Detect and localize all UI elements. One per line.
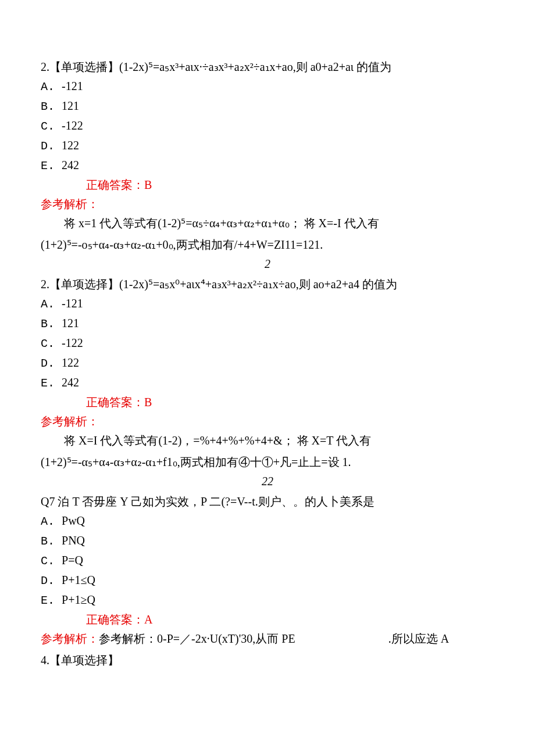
q3-option-e: E.P+1≥Q [41,591,494,610]
q1-correct-answer: 正确答案：B [86,178,152,191]
option-text: P+1≤Q [62,574,95,586]
q2-analysis-body: 将 X=I 代入等式有(1-2)，=%+4+%+%+4+&； 将 X=T 代入有 [41,432,494,450]
option-text: -122 [62,336,83,349]
question-1-stem: 2.【单项选播】(1-2x)⁵=a₅x³+aιx·÷a₃x³+a₂x²÷a₁x+… [41,58,494,76]
option-text: PNQ [62,534,85,547]
option-label: D. [41,357,55,370]
option-text: 122 [62,356,79,369]
option-label: C. [41,554,55,568]
q3-option-b: B.PNQ [41,532,494,550]
q3-analysis-text: 参考解析：0-P=／-2x·U(xT)'30,从而 PE [99,632,295,645]
question-4-stem: 4.【单项选择】 [41,651,494,669]
q2-option-d: D.122 [41,354,494,372]
q1-option-c: C.-122 [41,117,494,135]
option-text: -122 [62,119,83,132]
option-label: E. [41,159,55,173]
option-label: C. [41,120,55,133]
q1-option-d: D.122 [41,137,494,155]
q3-option-a: A.PwQ [41,512,494,531]
q2-correct-answer: 正确答案：B [86,396,152,409]
option-text: -121 [62,80,83,92]
option-text: PwQ [62,514,85,527]
option-text: 121 [62,317,79,329]
q3-option-c: C.P=Q [41,551,494,570]
q2-option-a: A.-121 [41,295,494,313]
option-label: A. [41,80,55,94]
option-label: D. [41,139,55,153]
option-label: B. [41,100,55,113]
option-text: P+1≥Q [62,593,95,606]
q1-formula: (1+2)⁵=-o₅+α₄-α₃+α₂-α₁+0₀,两式相加有/+4+W=ZI1… [41,236,494,254]
option-label: A. [41,515,55,528]
q2-formula: (1+2)⁵=-α₅+α₄-α₃+α₂-α₁+f1₀,两式相加有④十①+凡=止上… [41,453,494,471]
q1-option-a: A.-121 [41,77,494,96]
q1-analysis-body: 将 x=1 代入等式有(1-2)⁵=α₅÷α₄+α₃+α₂+α₁+α₀； 将 X… [41,214,494,232]
option-text: 122 [62,139,79,152]
q2-option-e: E.242 [41,374,494,392]
q1-analysis-heading: 参考解析： [41,195,494,213]
q3-option-d: D.P+1≤Q [41,571,494,590]
q2-analysis-heading: 参考解析： [41,413,494,431]
option-text: P=Q [62,554,83,567]
q3-correct-answer: 正确答案：A [86,613,152,626]
option-text: -121 [62,297,83,310]
option-text: 242 [62,159,79,171]
option-label: B. [41,535,55,548]
option-label: A. [41,298,55,311]
question-2-stem: 2.【单项选择】(1-2x)⁵=a₅x⁰+aιx⁴+a₃x³+a₂x²÷a₁x÷… [41,275,494,293]
q1-fraction: 2 [41,255,494,273]
q2-option-b: B.121 [41,314,494,333]
option-label: B. [41,317,55,331]
q1-option-b: B.121 [41,97,494,116]
q2-option-c: C.-122 [41,334,494,353]
option-label: E. [41,594,55,607]
q2-fraction: 22 [41,472,494,490]
option-label: C. [41,337,55,350]
option-text: 242 [62,376,79,389]
question-3-stem: Q7 泊 T 否毋座 Y 己如为实效，P 二(?=V--t.则户、。的人卜美系是 [41,493,494,511]
option-label: E. [41,377,55,390]
q3-analysis-tail: .所以应选 A [388,632,449,645]
q3-analysis-line: 参考解析：参考解析：0-P=／-2x·U(xT)'30,从而 PE.所以应选 A [41,630,494,648]
option-label: D. [41,574,55,587]
q1-option-e: E.242 [41,156,494,175]
q3-analysis-heading: 参考解析： [41,632,99,645]
option-text: 121 [62,99,79,112]
